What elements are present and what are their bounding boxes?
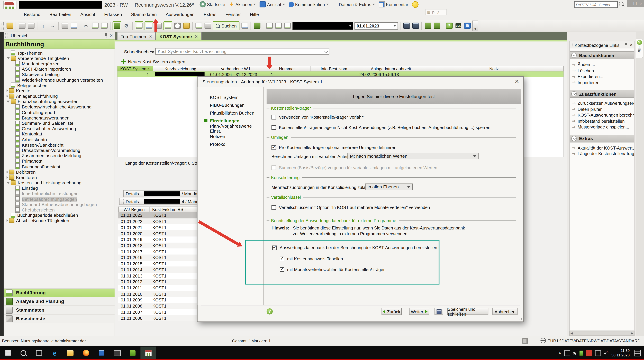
tree-item-arbeitskonto[interactable]: Arbeitskonto [4,137,114,142]
tree-item-debitoren[interactable]: Debitoren [4,169,114,175]
tree-item-branchenauswertungen[interactable]: Branchenauswertungen [4,115,114,120]
tab-top-themen[interactable]: Top-Themen✕ [117,32,156,40]
tree-item-anlagenbuchführung[interactable]: Anlagenbuchführung [4,93,114,99]
mandant-folder-icon[interactable] [182,22,190,30]
save-close-button[interactable]: Speichern und schließen [447,308,488,315]
column-header-info-best-vom[interactable]: Info-Best. vom [311,66,357,71]
list-view-icon[interactable] [164,21,172,30]
checkbox-row-verteil[interactable]: Verteilschlüssel mit Option "In KOST auf… [272,205,430,210]
tree-item-vorbereitende-tätigkeiten[interactable]: Vorbereitende Tätigkeiten [4,56,114,61]
quickbar-item-startseite[interactable]: Startseite [200,1,225,7]
print-document-icon[interactable] [61,22,68,30]
menu-hilfe[interactable]: Hilfe [250,12,259,17]
tree-item-kassen-bankbericht[interactable]: Kassen-/Bankbericht [4,142,114,148]
menu-bestand[interactable]: Bestand [24,12,40,17]
pin-icon[interactable] [104,33,108,38]
file-explorer-icon[interactable] [62,346,78,359]
refresh-book-icon[interactable] [204,22,212,30]
expand-icon[interactable] [6,220,8,222]
close-panel-icon[interactable]: ✕ [630,43,633,47]
grid-icon[interactable] [241,22,248,30]
save-button[interactable] [434,308,443,315]
column-header-vorhandene-wj[interactable]: vorhandene WJ [208,66,263,71]
link-ändern-[interactable]: ⇒Ändern... [572,62,634,68]
section-extras[interactable]: Extras [570,134,634,142]
dialog-nav-plan-vorjahreswerte-einst-[interactable]: Plan-/Vorjahreswerte Einst. [198,124,263,132]
link-mustervorlage-einspielen-[interactable]: ⇒Mustervorlage einspielen... [572,124,634,130]
grip-icon[interactable] [571,43,573,47]
cut-icon[interactable]: ✂ [82,22,90,30]
tree-view-icon[interactable] [112,21,121,30]
dialog-nav-fibu-buchungen[interactable]: FIBU-Buchungen [198,101,263,109]
collapse-circle-icon[interactable] [571,91,576,96]
tree-item-einstieg[interactable]: Einstieg [4,186,114,191]
tree-item-ascii-daten-importieren[interactable]: ASCII-Daten importieren [4,66,114,72]
scroll-right-icon[interactable]: ▶ [631,332,633,335]
grid-icon[interactable]: ▦ [427,10,431,14]
menu-bearbeiten[interactable]: Bearbeiten [50,12,71,17]
close-button[interactable]: ✕ [640,1,643,6]
tree-item-buchungsübersicht[interactable]: Buchungsübersicht [4,164,114,169]
tree-item-summen-und-saldenliste[interactable]: Summen- und Saldenliste [4,120,114,126]
module-nav-stammdaten[interactable]: Stammdaten [4,306,114,314]
tree-item-kontoblatt[interactable]: Kontoblatt [4,131,114,137]
link-löschen-[interactable]: ⇒Löschen... [572,68,634,74]
navigate-up-icon[interactable]: ↑ [40,22,47,30]
checkbox-sperren[interactable] [272,125,276,130]
tree-item-controllingreport[interactable]: Controllingreport [4,110,114,115]
period-select[interactable]: 01.01.2023 [354,22,398,29]
column-layout-icon[interactable] [70,22,78,30]
collapse-icon[interactable] [6,57,10,59]
smiley-icon[interactable] [412,1,418,8]
grip-icon[interactable] [5,33,7,38]
menu-ansicht[interactable]: Ansicht [80,12,95,17]
tree-item-zusammenfassende-meldung[interactable]: Zusammenfassende Meldung [4,153,114,158]
tree-item-betriebsabrechnungsbogen[interactable]: Betriebsabrechnungsbogen [4,196,114,202]
documents-app-icon[interactable] [94,346,109,359]
expand-icon[interactable] [6,171,8,173]
tree-item-gesellschafter-auswertung[interactable]: Gesellschafter-Auswertung [4,126,114,131]
column-header-notiz[interactable]: Notiz [425,66,564,71]
tree-item-kreditoren[interactable]: Kreditoren [4,175,114,180]
checkbox-row-summen[interactable]: Summen (Basis/Bezüge) vorgeben für varia… [272,165,437,170]
tree-item-umsatzsteuer-voranmeldung[interactable]: Umsatzsteuer-Voranmeldung [4,148,114,153]
doc-export-icon[interactable] [266,22,273,30]
menu-fenster[interactable]: Fenster [226,12,241,17]
tree-item-abschließende-tätigkeiten[interactable]: Abschließende Tätigkeiten [4,218,114,223]
menu-extras[interactable]: Extras [204,12,216,17]
mehrfach-select[interactable]: in allen Ebenen [365,184,413,190]
dialog-nav-kost-system[interactable]: KOST-System [198,93,263,101]
window-tiles-icon[interactable] [144,21,153,30]
expand-icon[interactable] [6,95,8,98]
calculator-icon[interactable] [402,22,410,30]
dialog-nav-notizen[interactable]: Notizen [198,132,263,140]
module-nav-analyse[interactable]: Analyse und Planung [4,297,114,306]
tab-close-icon[interactable]: ✕ [149,34,152,38]
firefox-icon[interactable] [78,346,94,359]
dialog-close-button[interactable]: ✕ [514,78,519,84]
dialog-nav-plausibilitäten-buchen[interactable]: Plausibilitäten Buchen [198,109,263,116]
doc-import-icon[interactable] [274,22,282,30]
toolbar-overflow-icon[interactable]: ▼ [472,20,478,31]
menu-erfassen[interactable]: Erfassen [104,12,122,17]
quickbar-item-kommunikation[interactable]: Kommunikation [289,2,329,7]
pin-icon[interactable] [624,43,628,47]
taskbar-clock[interactable]: 11:39 30.11.2023 [612,348,630,358]
task-view-icon[interactable] [31,346,47,359]
mandant-combo[interactable] [292,22,353,30]
tray-display-icon[interactable] [595,350,601,356]
tree-item-belege-buchen[interactable]: Belege buchen [4,83,114,88]
print-preview-icon[interactable] [18,22,26,30]
checkbox-auswertungsdb[interactable] [272,245,277,250]
link-länge-der-kostenstellen-träger-erh[interactable]: ⇒Länge der Kostenstellen/-träger erh [572,151,634,157]
help-search-input[interactable] [574,2,617,8]
checkbox-kostennachweis[interactable] [280,256,284,261]
link-aktualität-der-kost-auswertungen[interactable]: ⇒Aktualität der KOST-Auswertungen [572,145,634,151]
doc-search-icon[interactable] [284,22,291,30]
tree-item-mandant-ergänzen[interactable]: Mandant ergänzen [4,61,114,66]
tree-item-wiederkehrende-buchungen-verarbeiten[interactable]: Wiederkehrende Buchungen verarbeiten [4,77,114,83]
tree-item-kredite[interactable]: Kredite [4,88,114,93]
dialog-help-button[interactable]: ? [266,308,273,314]
expand-icon[interactable] [6,90,8,92]
quickbar-item-ansicht[interactable]: Ansicht [260,1,285,7]
